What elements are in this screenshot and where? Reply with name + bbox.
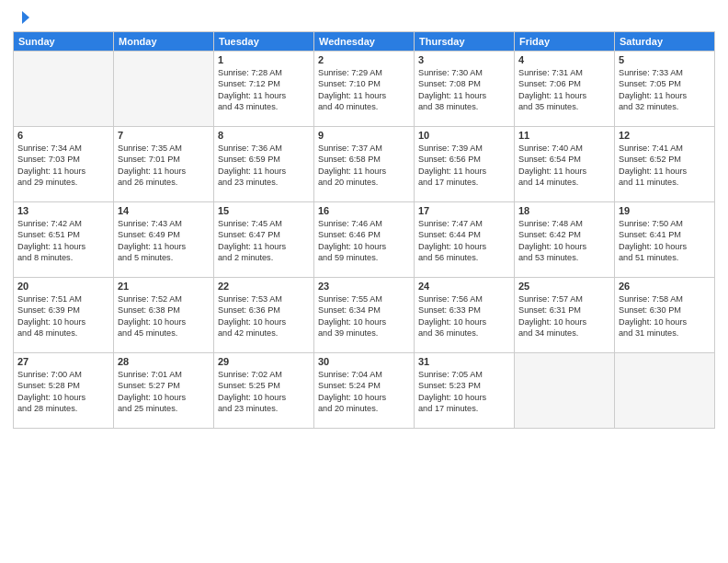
calendar-cell: 18Sunrise: 7:48 AMSunset: 6:42 PMDayligh… (515, 202, 615, 278)
cell-info: Sunrise: 7:33 AMSunset: 7:05 PMDaylight:… (619, 67, 711, 113)
calendar-cell: 11Sunrise: 7:40 AMSunset: 6:54 PMDayligh… (515, 127, 615, 202)
cell-info: Sunrise: 7:35 AMSunset: 7:01 PMDaylight:… (118, 143, 210, 189)
calendar-cell (615, 353, 715, 429)
day-header-thursday: Thursday (415, 32, 515, 52)
cell-info: Sunrise: 7:50 AMSunset: 6:41 PMDaylight:… (619, 218, 711, 264)
calendar-cell: 28Sunrise: 7:01 AMSunset: 5:27 PMDayligh… (114, 353, 214, 429)
cell-info: Sunrise: 7:42 AMSunset: 6:51 PMDaylight:… (17, 218, 109, 264)
calendar-week-row: 1Sunrise: 7:28 AMSunset: 7:12 PMDaylight… (14, 52, 715, 127)
calendar-cell: 16Sunrise: 7:46 AMSunset: 6:46 PMDayligh… (314, 202, 415, 278)
day-number: 3 (418, 54, 510, 65)
day-number: 30 (318, 356, 410, 367)
day-number: 24 (418, 281, 510, 292)
calendar-cell (14, 52, 114, 127)
day-number: 10 (418, 130, 510, 141)
cell-info: Sunrise: 7:37 AMSunset: 6:58 PMDaylight:… (318, 143, 410, 189)
cell-info: Sunrise: 7:31 AMSunset: 7:06 PMDaylight:… (518, 67, 610, 113)
calendar-week-row: 20Sunrise: 7:51 AMSunset: 6:39 PMDayligh… (14, 278, 715, 353)
cell-info: Sunrise: 7:47 AMSunset: 6:44 PMDaylight:… (418, 218, 510, 264)
calendar-cell: 30Sunrise: 7:04 AMSunset: 5:24 PMDayligh… (314, 353, 415, 429)
svg-marker-0 (22, 11, 29, 24)
calendar-cell: 31Sunrise: 7:05 AMSunset: 5:23 PMDayligh… (415, 353, 515, 429)
cell-info: Sunrise: 7:00 AMSunset: 5:28 PMDaylight:… (17, 369, 109, 415)
calendar-cell: 13Sunrise: 7:42 AMSunset: 6:51 PMDayligh… (14, 202, 114, 278)
day-number: 2 (318, 54, 410, 65)
calendar-cell: 4Sunrise: 7:31 AMSunset: 7:06 PMDaylight… (515, 52, 615, 127)
day-number: 4 (518, 54, 610, 65)
day-number: 18 (518, 205, 610, 216)
cell-info: Sunrise: 7:40 AMSunset: 6:54 PMDaylight:… (518, 143, 610, 189)
calendar-cell: 10Sunrise: 7:39 AMSunset: 6:56 PMDayligh… (415, 127, 515, 202)
cell-info: Sunrise: 7:28 AMSunset: 7:12 PMDaylight:… (218, 67, 310, 113)
calendar-cell (515, 353, 615, 429)
cell-info: Sunrise: 7:43 AMSunset: 6:49 PMDaylight:… (118, 218, 210, 264)
cell-info: Sunrise: 7:56 AMSunset: 6:33 PMDaylight:… (418, 293, 510, 339)
calendar-header-row: SundayMondayTuesdayWednesdayThursdayFrid… (14, 32, 715, 52)
day-number: 25 (518, 281, 610, 292)
calendar-cell: 19Sunrise: 7:50 AMSunset: 6:41 PMDayligh… (615, 202, 715, 278)
cell-info: Sunrise: 7:48 AMSunset: 6:42 PMDaylight:… (518, 218, 610, 264)
cell-info: Sunrise: 7:30 AMSunset: 7:08 PMDaylight:… (418, 67, 510, 113)
day-number: 15 (218, 205, 310, 216)
day-number: 28 (118, 356, 210, 367)
calendar-cell: 20Sunrise: 7:51 AMSunset: 6:39 PMDayligh… (14, 278, 114, 353)
calendar-cell: 29Sunrise: 7:02 AMSunset: 5:25 PMDayligh… (214, 353, 314, 429)
calendar-cell: 2Sunrise: 7:29 AMSunset: 7:10 PMDaylight… (314, 52, 415, 127)
calendar-cell: 27Sunrise: 7:00 AMSunset: 5:28 PMDayligh… (14, 353, 114, 429)
day-number: 12 (619, 130, 711, 141)
day-number: 13 (17, 205, 109, 216)
cell-info: Sunrise: 7:55 AMSunset: 6:34 PMDaylight:… (318, 293, 410, 339)
day-number: 11 (518, 130, 610, 141)
calendar-table: SundayMondayTuesdayWednesdayThursdayFrid… (13, 31, 715, 429)
day-number: 23 (318, 281, 410, 292)
day-number: 6 (17, 130, 109, 141)
cell-info: Sunrise: 7:39 AMSunset: 6:56 PMDaylight:… (418, 143, 510, 189)
calendar-cell: 1Sunrise: 7:28 AMSunset: 7:12 PMDaylight… (214, 52, 314, 127)
page: SundayMondayTuesdayWednesdayThursdayFrid… (0, 0, 728, 563)
calendar-cell: 12Sunrise: 7:41 AMSunset: 6:52 PMDayligh… (615, 127, 715, 202)
cell-info: Sunrise: 7:52 AMSunset: 6:38 PMDaylight:… (118, 293, 210, 339)
day-number: 27 (17, 356, 109, 367)
cell-info: Sunrise: 7:53 AMSunset: 6:36 PMDaylight:… (218, 293, 310, 339)
cell-info: Sunrise: 7:04 AMSunset: 5:24 PMDaylight:… (318, 369, 410, 415)
calendar-cell: 5Sunrise: 7:33 AMSunset: 7:05 PMDaylight… (615, 52, 715, 127)
day-number: 14 (118, 205, 210, 216)
day-number: 19 (619, 205, 711, 216)
calendar-cell: 22Sunrise: 7:53 AMSunset: 6:36 PMDayligh… (214, 278, 314, 353)
calendar-week-row: 6Sunrise: 7:34 AMSunset: 7:03 PMDaylight… (14, 127, 715, 202)
calendar-cell: 21Sunrise: 7:52 AMSunset: 6:38 PMDayligh… (114, 278, 214, 353)
logo-flag-icon (14, 9, 30, 26)
day-header-friday: Friday (515, 32, 615, 52)
calendar-cell: 14Sunrise: 7:43 AMSunset: 6:49 PMDayligh… (114, 202, 214, 278)
cell-info: Sunrise: 7:01 AMSunset: 5:27 PMDaylight:… (118, 369, 210, 415)
calendar-cell: 25Sunrise: 7:57 AMSunset: 6:31 PMDayligh… (515, 278, 615, 353)
day-number: 17 (418, 205, 510, 216)
cell-info: Sunrise: 7:36 AMSunset: 6:59 PMDaylight:… (218, 143, 310, 189)
day-header-tuesday: Tuesday (214, 32, 314, 52)
day-number: 1 (218, 54, 310, 65)
day-header-sunday: Sunday (14, 32, 114, 52)
logo (13, 9, 30, 26)
day-number: 7 (118, 130, 210, 141)
day-header-saturday: Saturday (615, 32, 715, 52)
cell-info: Sunrise: 7:29 AMSunset: 7:10 PMDaylight:… (318, 67, 410, 113)
calendar-cell: 8Sunrise: 7:36 AMSunset: 6:59 PMDaylight… (214, 127, 314, 202)
day-number: 8 (218, 130, 310, 141)
calendar-cell: 17Sunrise: 7:47 AMSunset: 6:44 PMDayligh… (415, 202, 515, 278)
day-header-wednesday: Wednesday (314, 32, 415, 52)
day-number: 26 (619, 281, 711, 292)
day-number: 9 (318, 130, 410, 141)
cell-info: Sunrise: 7:45 AMSunset: 6:47 PMDaylight:… (218, 218, 310, 264)
logo-text (13, 9, 30, 26)
cell-info: Sunrise: 7:46 AMSunset: 6:46 PMDaylight:… (318, 218, 410, 264)
cell-info: Sunrise: 7:58 AMSunset: 6:30 PMDaylight:… (619, 293, 711, 339)
cell-info: Sunrise: 7:05 AMSunset: 5:23 PMDaylight:… (418, 369, 510, 415)
day-number: 31 (418, 356, 510, 367)
header (13, 9, 715, 26)
calendar-cell: 7Sunrise: 7:35 AMSunset: 7:01 PMDaylight… (114, 127, 214, 202)
calendar-cell: 24Sunrise: 7:56 AMSunset: 6:33 PMDayligh… (415, 278, 515, 353)
day-number: 20 (17, 281, 109, 292)
calendar-week-row: 13Sunrise: 7:42 AMSunset: 6:51 PMDayligh… (14, 202, 715, 278)
calendar-cell: 15Sunrise: 7:45 AMSunset: 6:47 PMDayligh… (214, 202, 314, 278)
calendar-cell: 6Sunrise: 7:34 AMSunset: 7:03 PMDaylight… (14, 127, 114, 202)
